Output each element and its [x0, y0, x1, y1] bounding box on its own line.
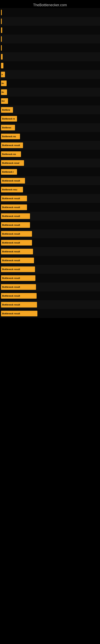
bottleneck-result-bar[interactable]: B	[1, 72, 5, 77]
bars-container: BBoBoBotBottleneBottleneck reBottlenecBo…	[0, 8, 100, 318]
bottleneck-result-bar[interactable]	[1, 54, 2, 60]
bottleneck-result-bar[interactable]: Bottleneck result	[1, 142, 23, 148]
bottleneck-result-bar[interactable]	[1, 10, 2, 15]
bottleneck-result-bar[interactable]: Bottleneck result	[1, 284, 36, 290]
bar-row	[0, 8, 100, 17]
bar-row: Bottleneck result	[0, 247, 100, 256]
bar-row	[0, 17, 100, 26]
bar-row: B	[0, 70, 100, 79]
bottleneck-result-bar[interactable]: Bot	[1, 98, 8, 104]
bottleneck-result-bar[interactable]: Bottlene	[1, 107, 13, 113]
bar-row: Bottleneck result	[0, 212, 100, 220]
bar-row: Bottleneck re	[0, 114, 100, 123]
bottleneck-result-bar[interactable]: Bottleneck result	[1, 178, 25, 184]
bar-row: Bottleneck result	[0, 194, 100, 203]
bar-row: Bo	[0, 88, 100, 96]
bar-row: Bottleneck result	[0, 300, 100, 309]
bar-row	[0, 61, 100, 70]
bar-row: Bottleneck r	[0, 168, 100, 176]
bottleneck-result-bar[interactable]: Bottleneck result	[1, 231, 32, 237]
bar-row: Bottleneck resul	[0, 158, 100, 168]
bottleneck-result-bar[interactable]	[1, 18, 2, 24]
bar-row: Bottleneck result	[0, 265, 100, 274]
bottleneck-result-bar[interactable]	[1, 27, 2, 33]
bottleneck-result-bar[interactable]: Bottlenec	[1, 125, 15, 130]
bar-row: Bottleneck result	[0, 141, 100, 150]
bottleneck-result-bar[interactable]: Bottleneck result	[1, 213, 30, 219]
bottleneck-result-bar[interactable]: Bottleneck result	[1, 311, 37, 316]
bar-row: Bottleneck result	[0, 176, 100, 185]
bottleneck-result-bar[interactable]: Bottleneck r	[1, 169, 17, 175]
bar-row: Bottleneck res	[0, 150, 100, 158]
bar-row	[0, 26, 100, 34]
bottleneck-result-bar[interactable]: Bottleneck result	[1, 293, 37, 299]
bar-row: Bottleneck result	[0, 203, 100, 212]
bottleneck-result-bar[interactable]: Bottleneck res	[1, 134, 20, 139]
bottleneck-result-bar[interactable]: Bo	[1, 80, 7, 86]
bottleneck-result-bar[interactable]: Bo	[1, 89, 7, 95]
bar-row: Bottleneck result	[0, 238, 100, 247]
bottleneck-result-bar[interactable]: Bottleneck result	[1, 249, 33, 254]
bar-row	[0, 34, 100, 44]
bottleneck-result-bar[interactable]: Bottleneck re	[1, 116, 17, 122]
bottleneck-result-bar[interactable]	[1, 63, 3, 68]
bar-row: Bottlenec	[0, 123, 100, 132]
bar-row: Bottleneck res	[0, 132, 100, 141]
bottleneck-result-bar[interactable]	[1, 45, 2, 51]
bottleneck-result-bar[interactable]: Bottleneck result	[1, 302, 37, 308]
bottleneck-result-bar[interactable]	[1, 36, 2, 42]
bar-row: Bottleneck result	[0, 282, 100, 292]
bottleneck-result-bar[interactable]: Bottleneck result	[1, 196, 27, 201]
bottleneck-result-bar[interactable]: Bottleneck result	[1, 240, 32, 246]
bottleneck-result-bar[interactable]: Bottleneck resul	[1, 160, 24, 166]
bar-row	[0, 44, 100, 52]
bar-row: Bot	[0, 96, 100, 106]
bottleneck-result-bar[interactable]: Bottleneck result	[1, 258, 34, 263]
bottleneck-result-bar[interactable]: Bottleneck result	[1, 204, 27, 210]
bar-row: Bottleneck result	[0, 309, 100, 318]
bar-row: Bo	[0, 79, 100, 88]
bottleneck-result-bar[interactable]: Bottleneck result	[1, 266, 35, 272]
bar-row: Bottleneck result	[0, 220, 100, 230]
bar-row: Bottleneck result	[0, 274, 100, 282]
site-title: TheBottlenecker.com	[0, 1, 100, 8]
bar-row: Bottleneck result	[0, 292, 100, 300]
bar-row: Bottleneck resu	[0, 185, 100, 194]
bottleneck-result-bar[interactable]: Bottleneck result	[1, 275, 35, 281]
bottleneck-result-bar[interactable]: Bottleneck result	[1, 222, 30, 228]
bar-row: Bottlene	[0, 106, 100, 114]
bottleneck-result-bar[interactable]: Bottleneck resu	[1, 187, 23, 192]
bar-row: Bottleneck result	[0, 230, 100, 238]
bar-row: Bottleneck result	[0, 256, 100, 265]
bar-row	[0, 52, 100, 61]
bottleneck-result-bar[interactable]: Bottleneck res	[1, 151, 21, 157]
